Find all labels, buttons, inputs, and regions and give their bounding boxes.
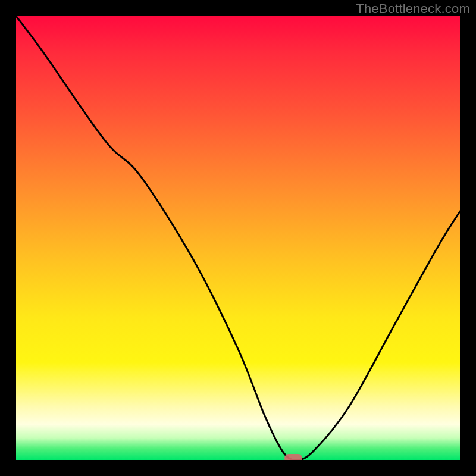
watermark-text: TheBottleneck.com: [356, 1, 470, 17]
bottleneck-curve-path: [16, 16, 460, 460]
chart-plot-area: [16, 16, 460, 460]
bottleneck-curve-svg: [16, 16, 460, 460]
chart-frame: TheBottleneck.com: [0, 0, 476, 476]
minimum-marker-badge: [284, 454, 302, 460]
